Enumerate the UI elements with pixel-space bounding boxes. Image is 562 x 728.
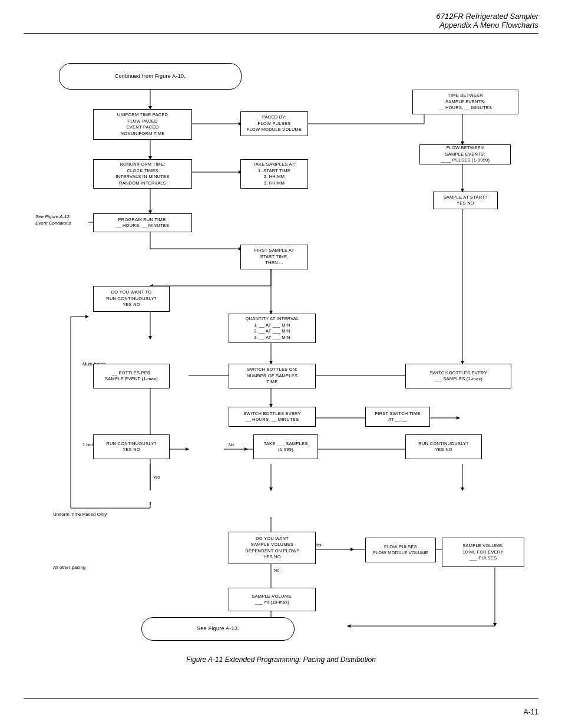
switch-bottles-every-time-box: SWITCH BOTTLES EVERY __ HOURS, __ MINUTE… bbox=[229, 407, 316, 427]
diagram-area: No Yes Yes bbox=[24, 45, 538, 647]
quantity-interval-box: QUANTITY AT INTERVAL 1. __ AT ___ MIN 2.… bbox=[229, 314, 316, 343]
switch-bottles-every-samples-box: SWITCH BOTTLES EVERY ___ SAMPLES (1-max) bbox=[405, 364, 511, 388]
bottles-per-box: __ BOTTLES PER SAMPLE EVENT (1-max) bbox=[93, 364, 170, 388]
flow-between-box: FLOW BETWEEN SAMPLE EVENTS: ____ PULSES … bbox=[419, 144, 511, 164]
run-continuously-1bottle-box: RUN CONTINUOUSLY? YES NO bbox=[93, 434, 170, 459]
header-title-line1: 6712FR Refrigerated Sampler bbox=[24, 12, 538, 21]
first-switch-time-box: FIRST SWITCH TIME AT __:__ bbox=[365, 407, 430, 427]
paced-by-box: PACED BY: FLOW PULSES FLOW MODULE VOLUME bbox=[240, 111, 308, 136]
see-figure-12-label: See Figure A-12: Event Conditions bbox=[35, 213, 71, 226]
do-you-want-sample-box: DO YOU WANT SAMPLE VOLUMES DEPENDENT ON … bbox=[229, 532, 316, 564]
page: 6712FR Refrigerated Sampler Appendix A M… bbox=[0, 0, 562, 728]
svg-text:Yes: Yes bbox=[153, 475, 160, 479]
uniform-time-box: UNIFORM TIME PACED FLOW PACED EVENT PACE… bbox=[93, 109, 192, 140]
svg-text:No: No bbox=[274, 568, 279, 572]
bottom-divider bbox=[24, 698, 538, 699]
flow-pulses-box: FLOW PULSES FLOW MODULE VOLUME bbox=[365, 538, 436, 562]
page-header: 6712FR Refrigerated Sampler Appendix A M… bbox=[24, 12, 538, 34]
all-other-pacing-label: All other pacing bbox=[53, 564, 85, 571]
take-samples-at-box: TAKE SAMPLES AT: 1. START TIME 2. HH:MM … bbox=[240, 159, 308, 189]
sample-volume-box: SAMPLE VOLUME: ___ ml (10-max) bbox=[229, 588, 316, 611]
continued-box: Continued from Figure A-10. bbox=[59, 63, 242, 90]
page-number: A-11 bbox=[524, 708, 538, 716]
switch-bottles-on-box: SWITCH BOTTLES ON: NUMBER OF SAMPLES TIM… bbox=[229, 364, 316, 388]
sample-volume-10ml-box: SAMPLE VOLUME: 10 ML FOR EVERY ___ PULSE… bbox=[442, 538, 524, 567]
sample-at-start-box: SAMPLE AT START? YES NO bbox=[433, 192, 498, 209]
first-sample-box: FIRST SAMPLE AT START TIME, THEN ... bbox=[240, 245, 308, 269]
figure-caption: Figure A-11 Extended Programming: Pacing… bbox=[24, 655, 538, 664]
take-samples-box: TAKE ___ SAMPLES (1-999) bbox=[253, 434, 318, 459]
header-title-line2: Appendix A Menu Flowcharts bbox=[24, 21, 538, 29]
nonuniform-time-box: NONUNIFORM TIME: CLOCK TIMES INTERVALS I… bbox=[93, 159, 192, 189]
svg-text:No: No bbox=[229, 443, 234, 447]
do-you-want-box: DO YOU WANT TO RUN CONTINUOUSLY? YES NO bbox=[93, 286, 170, 312]
program-run-time-box: PROGRAM RUN TIME: __ HOURS, __ MINUTES bbox=[93, 213, 192, 232]
run-continuously-right-box: RUN CONTINUOUSLY? YES NO bbox=[405, 434, 482, 459]
time-between-box: TIME BETWEEN SAMPLE EVENTS: __ HOURS, __… bbox=[412, 90, 518, 114]
uniform-time-paced-label: Uniform Time Paced Only bbox=[53, 511, 107, 518]
see-figure-13-box: See Figure A-13. bbox=[141, 617, 295, 641]
